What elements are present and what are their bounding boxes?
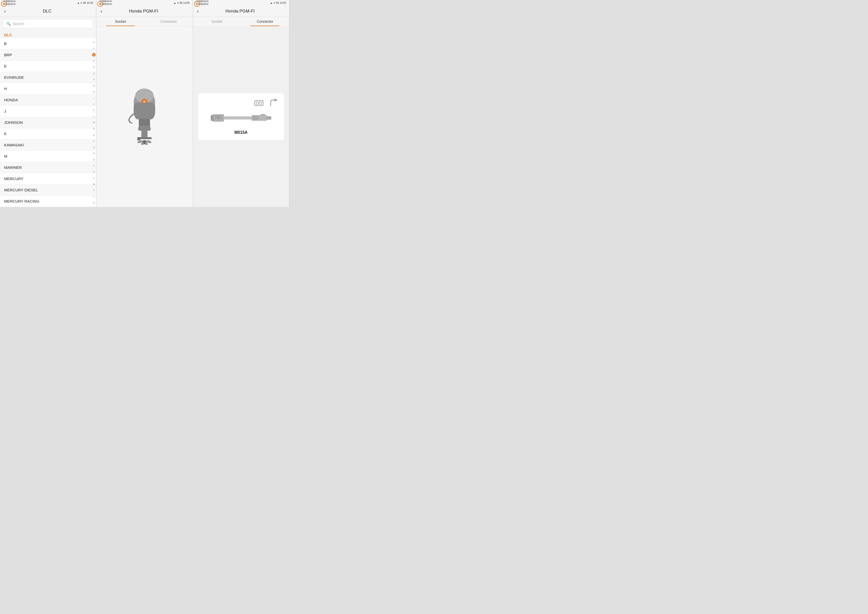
connector-wire-illustration: M015A — [205, 110, 277, 126]
connector-top-row — [203, 98, 279, 108]
svg-rect-18 — [223, 117, 252, 120]
alpha-index-char[interactable]: R — [92, 152, 96, 155]
badge-3: 3 — [194, 1, 200, 7]
signal-icons-3: ▲ ✦ 96 — [270, 2, 279, 4]
tab-socket-2[interactable]: Socket — [96, 17, 144, 26]
status-right-3: ▲ ✦ 96 14:55 — [270, 2, 286, 4]
search-icon: 🔍 — [6, 22, 11, 26]
svg-rect-16 — [254, 101, 255, 105]
svg-rect-12 — [137, 139, 140, 140]
back-button-2[interactable]: ‹ — [101, 8, 102, 14]
status-bar-1: 中国移动HD 中国电信HD ▲ ✦ 96 14:53 — [0, 0, 96, 6]
list-item[interactable]: MARINER — [0, 162, 96, 173]
alpha-index-char[interactable]: I — [92, 96, 96, 100]
alpha-index-char[interactable]: U — [92, 170, 96, 174]
alpha-index-char[interactable]: F — [92, 78, 96, 81]
svg-rect-33 — [254, 116, 255, 120]
time-1: 14:53 — [87, 2, 93, 4]
svg-rect-20 — [211, 115, 214, 121]
list-item[interactable]: E — [0, 61, 96, 72]
alpha-index-char[interactable]: M — [92, 121, 96, 124]
page-title-3: Honda PGM-FI — [201, 9, 279, 14]
alpha-index-char[interactable]: # — [92, 41, 96, 44]
list-item[interactable]: MERCURY — [0, 173, 96, 185]
alpha-index-char[interactable]: A — [92, 47, 96, 50]
status-bar-3: 中国移动HD 中国电信HD ▲ ✦ 96 14:55 — [193, 0, 289, 6]
svg-rect-31 — [266, 116, 271, 120]
alpha-index-char[interactable]: G — [92, 84, 96, 87]
panel-1: 1 中国移动HD 中国电信HD ▲ ✦ 96 14:53 ‹ DLC 🔍 Sea… — [0, 0, 96, 207]
tab-socket-3[interactable]: Socket — [193, 17, 241, 26]
alpha-index-char[interactable]: Z — [92, 201, 96, 205]
alpha-index-char[interactable]: P — [92, 140, 96, 143]
alpha-index-char[interactable]: L — [92, 115, 96, 118]
list-item[interactable]: MERCURY DIESEL — [0, 185, 96, 196]
svg-rect-28 — [219, 117, 219, 118]
list-item[interactable]: J — [0, 106, 96, 117]
alpha-index-char[interactable]: J — [92, 103, 96, 106]
nav-bar-2: ‹ Honda PGM-FI — [96, 6, 192, 17]
svg-rect-14 — [256, 102, 259, 104]
svg-rect-23 — [217, 116, 218, 117]
return-arrow-icon — [269, 98, 279, 108]
svg-rect-34 — [255, 116, 256, 120]
svg-rect-22 — [215, 116, 216, 117]
alpha-index-char[interactable]: D — [92, 66, 96, 69]
alpha-index-char[interactable]: T — [92, 164, 96, 168]
badge-1: 1 — [1, 1, 7, 7]
list-item[interactable]: JOHNSON — [0, 117, 96, 128]
tab-connector-3[interactable]: Connector — [241, 17, 289, 26]
list-item[interactable]: BRP — [0, 50, 96, 61]
alpha-index-char[interactable]: Q — [92, 146, 96, 149]
tab-connector-2[interactable]: Connector — [145, 17, 193, 26]
alpha-index-char[interactable]: B — [92, 53, 96, 56]
alpha-index-char[interactable]: C — [92, 59, 96, 63]
list-item[interactable]: EVINRUDE — [0, 72, 96, 83]
time-3: 14:55 — [280, 2, 286, 4]
alpha-index-char[interactable]: E — [92, 72, 96, 75]
svg-rect-29 — [220, 117, 221, 118]
alpha-index-char[interactable]: O — [92, 134, 96, 137]
alpha-index-char[interactable]: V — [92, 177, 96, 180]
status-right-1: ▲ ✦ 96 14:53 — [77, 2, 93, 4]
list-item[interactable]: B — [0, 38, 96, 50]
motor-illustration: R — [119, 89, 170, 145]
list-item[interactable]: KAWASAKI — [0, 140, 96, 151]
svg-rect-17 — [263, 101, 264, 105]
tab-bar-2: Socket Connector — [96, 17, 192, 26]
search-bar[interactable]: 🔍 Search — [3, 19, 93, 28]
svg-rect-27 — [217, 117, 218, 118]
alpha-index-char[interactable]: W — [92, 183, 96, 186]
svg-rect-25 — [220, 116, 221, 117]
panel-3: 3 中国移动HD 中国电信HD ▲ ✦ 96 14:55 ‹ Honda PGM… — [193, 0, 289, 207]
status-bar-2: 中国移动HD 中国电信HD ▲ ✦ 96 14:55 — [96, 0, 192, 6]
signal-icons-2: ▲ ✦ 96 — [174, 2, 183, 4]
svg-rect-4 — [139, 119, 150, 126]
alpha-index-char[interactable]: Y — [92, 195, 96, 199]
time-2: 14:55 — [183, 2, 190, 4]
back-button-1[interactable]: ‹ — [4, 8, 6, 14]
list-item[interactable]: K — [0, 128, 96, 140]
connector-card: M015A — [198, 93, 284, 140]
manufacturer-list: BBRPEEVINRUDEHHONDAJJOHNSONKKAWASAKIMMAR… — [0, 38, 96, 207]
page-title-2: Honda PGM-FI — [105, 9, 183, 14]
alpha-index-char[interactable]: X — [92, 189, 96, 192]
alpha-index-char[interactable]: S — [92, 158, 96, 162]
alphabet-index[interactable]: #ABCDEFGHIJKLMNOPQRSTUVWXYZ — [91, 38, 96, 207]
svg-rect-15 — [259, 102, 262, 104]
list-item[interactable]: MERCURY RACING — [0, 196, 96, 207]
back-button-3[interactable]: ‹ — [197, 8, 199, 14]
list-item[interactable]: M — [0, 151, 96, 162]
svg-rect-6 — [137, 137, 152, 139]
connector-content-3: M015A — [193, 26, 289, 207]
alpha-index-char[interactable]: N — [92, 127, 96, 131]
list-item[interactable]: HONDA — [0, 95, 96, 106]
signal-icons-1: ▲ ✦ 96 — [77, 2, 86, 4]
alpha-index-char[interactable]: K — [92, 109, 96, 112]
socket-content-2: R — [96, 26, 192, 207]
list-item[interactable]: H — [0, 83, 96, 95]
tab-bar-3: Socket Connector — [193, 17, 289, 26]
panel-2: 2 中国移动HD 中国电信HD ▲ ✦ 96 14:55 ‹ Honda PGM… — [96, 0, 193, 207]
svg-rect-30 — [251, 115, 267, 121]
alpha-index-char[interactable]: H — [92, 90, 96, 94]
